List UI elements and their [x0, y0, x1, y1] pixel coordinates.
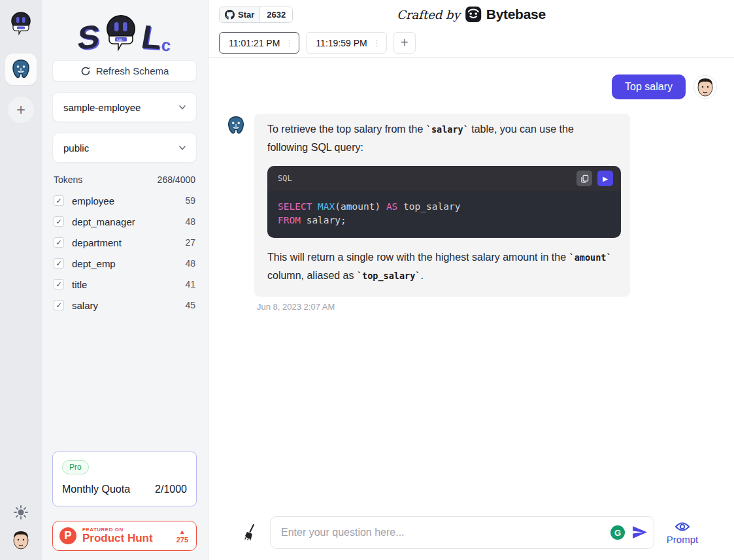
table-token-count: 45 — [185, 300, 195, 310]
sql-code-block: SQL ▶ SELECT MA — [267, 166, 621, 238]
table-token-count: 41 — [185, 279, 195, 289]
prompt-button[interactable]: Prompt — [663, 521, 701, 545]
table-row[interactable]: ✓ department 27 — [52, 232, 197, 253]
product-hunt-letter: P — [64, 529, 71, 542]
table-checkbox[interactable]: ✓ — [54, 195, 64, 206]
conversation-tab-1[interactable]: 11:01:21 PM ⋮ — [219, 32, 299, 54]
bot-message-row: To retrieve the top salary from the `sal… — [225, 114, 717, 312]
theme-toggle-sun-icon[interactable] — [14, 505, 28, 519]
table-row[interactable]: ✓ employee 59 — [52, 190, 197, 211]
check-icon: ✓ — [56, 197, 61, 205]
table-name: salary — [72, 300, 185, 311]
main-header: Star 2632 Crafted by Bytebase — [209, 0, 734, 29]
sqlchat-bot-icon[interactable] — [8, 10, 33, 35]
check-icon: ✓ — [56, 218, 61, 226]
grammarly-icon[interactable]: G — [610, 525, 625, 540]
question-input[interactable] — [270, 516, 654, 549]
table-checkbox[interactable]: ✓ — [54, 258, 64, 269]
tab-menu-icon[interactable]: ⋮ — [373, 38, 381, 48]
database-select-value: sample-employee — [63, 102, 141, 113]
inline-code: `top_salary` — [357, 271, 421, 281]
user-avatar — [693, 75, 717, 99]
bot-message-bubble: To retrieve the top salary from the `sal… — [254, 114, 630, 297]
new-conversation-button[interactable]: + — [393, 32, 416, 54]
table-token-count: 27 — [185, 237, 195, 248]
code-block-body: SELECT MAX(amount) AS top_salaryFROM sal… — [267, 191, 621, 238]
app-rail: + — [0, 0, 42, 560]
sidebar: S SQL L c Refresh Schema sample-employee… — [42, 0, 209, 560]
brand-name: Bytebase — [486, 7, 546, 22]
table-row[interactable]: ✓ title 41 — [52, 274, 197, 295]
tab-label: 11:01:21 PM — [229, 38, 280, 48]
refresh-icon — [80, 66, 91, 76]
table-token-count: 48 — [185, 216, 195, 227]
crafted-by-text: Crafted by — [397, 8, 460, 22]
clear-conversation-button[interactable] — [242, 523, 261, 542]
quota-label: Monthly Quota — [62, 484, 130, 495]
svg-text:SQL: SQL — [116, 38, 124, 42]
refresh-schema-button[interactable]: Refresh Schema — [52, 60, 197, 82]
user-message-row: Top salary — [225, 74, 717, 99]
star-count: 2632 — [260, 7, 292, 22]
schema-select-value: public — [63, 142, 89, 154]
run-query-button[interactable]: ▶ — [597, 171, 613, 186]
table-name: department — [72, 237, 185, 248]
code-block-header: SQL ▶ — [267, 166, 621, 191]
database-select[interactable]: sample-employee — [52, 92, 197, 122]
github-icon — [225, 10, 235, 20]
quota-value: 2/1000 — [155, 484, 187, 495]
table-checkbox[interactable]: ✓ — [54, 279, 64, 289]
copy-code-button[interactable] — [576, 171, 592, 186]
star-label: Star — [238, 10, 254, 20]
table-checkbox[interactable]: ✓ — [54, 237, 64, 248]
message-timestamp: Jun 8, 2023 2:07 AM — [257, 302, 630, 312]
logo-letter-c: c — [161, 36, 172, 54]
send-icon — [631, 524, 648, 540]
bot-text: column, aliased as — [267, 270, 357, 281]
product-hunt-name: Product Hunt — [82, 533, 171, 544]
table-checkbox[interactable]: ✓ — [54, 216, 64, 227]
add-connection-button[interactable]: + — [8, 97, 34, 123]
tab-label: 11:19:59 PM — [316, 38, 367, 48]
connection-postgres[interactable] — [5, 54, 37, 85]
sidebar-spacer — [52, 316, 197, 452]
table-name: title — [72, 279, 185, 290]
schema-select[interactable]: public — [52, 133, 197, 163]
table-row[interactable]: ✓ salary 45 — [52, 295, 197, 316]
table-name: employee — [72, 195, 185, 206]
table-token-count: 59 — [185, 195, 195, 206]
bot-text: To retrieve the top salary from the — [267, 124, 426, 135]
play-icon: ▶ — [603, 175, 608, 182]
send-button[interactable] — [631, 524, 648, 541]
copy-icon — [580, 174, 589, 183]
sql-function: MAX — [318, 201, 335, 212]
product-hunt-badge[interactable]: P FEATURED ON Product Hunt ▲ 275 — [52, 521, 197, 551]
github-star-button[interactable]: Star 2632 — [219, 7, 293, 23]
sql-keyword: AS — [386, 201, 397, 212]
check-icon: ✓ — [56, 239, 61, 247]
product-hunt-logo: P — [59, 527, 76, 544]
sqlchat-logo: S SQL L c — [52, 5, 197, 54]
chevron-down-icon — [178, 143, 187, 152]
bot-text: This will return a single row with the h… — [267, 252, 569, 263]
sql-keyword: FROM — [278, 215, 301, 225]
chat-spacer — [225, 312, 717, 516]
table-row[interactable]: ✓ dept_manager 48 — [52, 211, 197, 232]
crafted-by-brand[interactable]: Crafted by Bytebase — [397, 6, 546, 23]
table-token-count: 48 — [185, 258, 195, 269]
account-avatar[interactable] — [11, 529, 31, 551]
table-name: dept_manager — [72, 216, 185, 227]
sql-text: top_salary — [397, 201, 460, 212]
bot-text: . — [421, 270, 424, 281]
user-message-bubble: Top salary — [612, 74, 686, 99]
table-name: dept_emp — [72, 258, 185, 269]
eye-icon — [675, 521, 690, 533]
check-icon: ✓ — [56, 259, 61, 268]
table-checkbox[interactable]: ✓ — [54, 300, 64, 310]
conversation-tab-2[interactable]: 11:19:59 PM ⋮ — [306, 32, 386, 54]
table-row[interactable]: ✓ dept_emp 48 — [52, 253, 197, 274]
tab-menu-icon[interactable]: ⋮ — [285, 38, 293, 48]
check-icon: ✓ — [56, 301, 61, 310]
broom-icon — [243, 523, 260, 540]
upvote-icon: ▲ — [176, 529, 188, 535]
